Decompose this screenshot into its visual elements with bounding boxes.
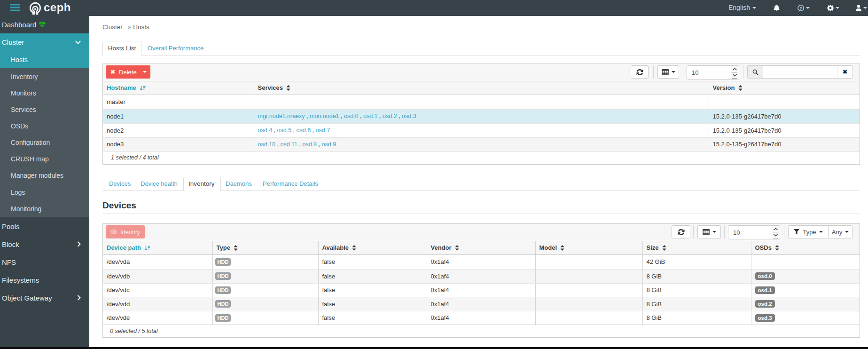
svg-text:?: ? <box>799 6 802 11</box>
